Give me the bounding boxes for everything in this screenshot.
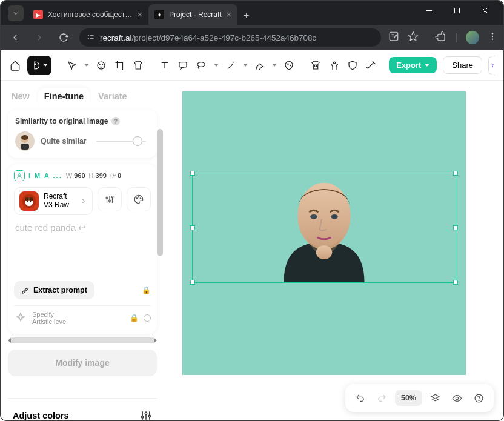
- profile-avatar[interactable]: [466, 31, 479, 44]
- adjust-colors-row[interactable]: Adjust colors: [8, 398, 157, 421]
- new-tab-button[interactable]: +: [237, 10, 255, 25]
- home-icon[interactable]: [9, 56, 21, 75]
- magic-tool-icon[interactable]: [225, 56, 237, 75]
- shield-icon[interactable]: [346, 56, 359, 75]
- mode-tab-variate[interactable]: Variate: [98, 88, 127, 105]
- svg-point-55: [478, 400, 479, 400]
- chevron-down-icon[interactable]: [84, 64, 89, 67]
- specify-artistic-row[interactable]: Specify Artistic level 🔒: [14, 305, 151, 325]
- address-omnibox[interactable]: recraft.ai/project/d97e4a64-a52e-497c-b2…: [79, 28, 381, 47]
- reload-button[interactable]: [55, 29, 72, 46]
- mockup-body-icon[interactable]: [328, 56, 340, 75]
- site-info-icon[interactable]: [87, 33, 95, 43]
- slider-thumb[interactable]: [133, 136, 142, 146]
- help-button[interactable]: [469, 389, 488, 407]
- generation-panel: I M A ... W 960 H 399 ⟳ 0 Recraft V3 Raw: [8, 164, 157, 334]
- browser-tab[interactable]: ▶ Хостинговое сообщество «Tim ×: [27, 4, 148, 25]
- svg-point-15: [100, 64, 101, 65]
- eraser-tool-icon[interactable]: [254, 56, 266, 75]
- window-maximize-button[interactable]: [443, 1, 471, 20]
- svg-point-16: [102, 64, 103, 65]
- layers-button[interactable]: [426, 389, 444, 407]
- window-minimize-button[interactable]: [415, 1, 443, 20]
- svg-point-20: [290, 65, 291, 66]
- window-close-button[interactable]: [471, 1, 499, 20]
- share-button[interactable]: Share: [443, 56, 482, 74]
- zoom-level[interactable]: 50%: [395, 390, 422, 406]
- reference-thumbnail[interactable]: [15, 131, 35, 151]
- model-name: Recraft V3 Raw: [44, 193, 69, 210]
- resize-handle[interactable]: [190, 171, 195, 176]
- resize-handle[interactable]: [453, 280, 458, 285]
- svg-point-29: [25, 197, 30, 202]
- redo-button[interactable]: [373, 389, 391, 407]
- close-icon[interactable]: ×: [138, 10, 142, 19]
- face-tool-icon[interactable]: [95, 56, 107, 75]
- prompt-input[interactable]: cute red panda ↩: [14, 221, 151, 234]
- tab-title: Хостинговое сообщество «Tim: [48, 10, 133, 19]
- svg-point-37: [109, 200, 111, 202]
- image-badge-icon: [14, 170, 25, 181]
- tshirt-tool-icon[interactable]: [132, 56, 144, 75]
- resize-handle[interactable]: [190, 280, 195, 285]
- similarity-slider[interactable]: [96, 141, 146, 142]
- sparkle-icon: [14, 311, 27, 325]
- modify-image-button[interactable]: Modify image: [8, 350, 157, 376]
- browser-tab-active[interactable]: ✦ Project - Recraft ×: [148, 4, 237, 25]
- svg-point-26: [18, 174, 20, 176]
- translate-icon[interactable]: [388, 31, 399, 44]
- resize-handle[interactable]: [453, 225, 458, 230]
- text-tool-icon[interactable]: [159, 56, 171, 75]
- svg-point-13: [35, 63, 36, 64]
- svg-point-14: [98, 62, 105, 69]
- left-sidebar: New Fine-tune Variate Similarity to orig…: [1, 81, 164, 421]
- close-icon[interactable]: ×: [227, 10, 231, 19]
- forward-button[interactable]: [31, 29, 48, 46]
- extensions-icon[interactable]: [436, 31, 446, 44]
- canvas-image[interactable]: [267, 167, 382, 282]
- svg-point-32: [30, 201, 31, 202]
- artboard[interactable]: [182, 91, 466, 375]
- svg-point-41: [140, 198, 141, 199]
- palette-button[interactable]: [127, 187, 151, 211]
- browser-menu-icon[interactable]: [488, 31, 497, 44]
- canvas[interactable]: 50%: [164, 81, 503, 421]
- extract-prompt-button[interactable]: Extract prompt: [14, 281, 94, 299]
- model-picker[interactable]: Recraft V3 Raw: [14, 187, 93, 215]
- resize-handle[interactable]: [190, 225, 195, 230]
- width-readout: W 960: [66, 172, 85, 179]
- comment-tool-icon[interactable]: [177, 56, 189, 75]
- chevron-down-icon[interactable]: [272, 64, 277, 67]
- select-tool-icon[interactable]: [66, 56, 78, 75]
- mode-tab-new[interactable]: New: [12, 88, 30, 105]
- svg-point-11: [492, 36, 493, 37]
- export-button[interactable]: Export: [389, 57, 437, 73]
- settings-sliders-button[interactable]: [98, 187, 122, 211]
- blob-tool-icon[interactable]: [283, 56, 295, 75]
- toggle-icon[interactable]: [144, 314, 151, 322]
- sidebar-h-scrollbar[interactable]: [9, 337, 156, 343]
- chevron-down-icon[interactable]: [243, 64, 248, 67]
- chevron-down-icon[interactable]: [214, 64, 219, 67]
- image-tag: I M A ...: [28, 172, 62, 179]
- selection-box[interactable]: [192, 173, 456, 283]
- lasso-tool-icon[interactable]: [195, 56, 207, 75]
- back-button[interactable]: [7, 29, 24, 46]
- resize-handle[interactable]: [453, 171, 458, 176]
- mode-tab-finetune[interactable]: Fine-tune: [38, 88, 90, 105]
- tab-search-button[interactable]: [8, 5, 24, 21]
- help-icon[interactable]: ?: [111, 117, 120, 125]
- svg-marker-9: [408, 32, 417, 41]
- wand-icon[interactable]: [365, 56, 377, 75]
- crop-tool-icon[interactable]: [114, 56, 126, 75]
- sidebar-scrollbar[interactable]: [157, 129, 163, 349]
- browser-address-bar: recraft.ai/project/d97e4a64-a52e-497c-b2…: [1, 25, 503, 50]
- view-button[interactable]: [448, 389, 466, 407]
- undo-button[interactable]: [351, 389, 370, 407]
- recraft-logo-button[interactable]: [27, 56, 51, 75]
- bookmark-icon[interactable]: [408, 31, 419, 44]
- right-panel-toggle[interactable]: [488, 56, 495, 75]
- mockup-shirt-icon[interactable]: [310, 56, 322, 75]
- export-label: Export: [396, 61, 421, 70]
- app-toolbar: Export Share: [1, 50, 503, 81]
